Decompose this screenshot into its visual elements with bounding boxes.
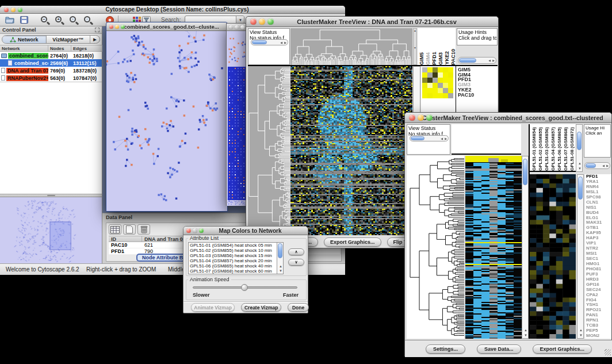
column-label[interactable]: GPL51-03 (GSM856) xyxy=(544,127,550,171)
minimize-button[interactable] xyxy=(235,25,239,29)
delete-attribute-icon[interactable] xyxy=(137,224,150,235)
treeview-combined-title-bar[interactable]: ClusterMaker TreeView : combined_scores_… xyxy=(405,113,611,123)
gene-list-vscrollbar[interactable]: ▲ ▼ xyxy=(577,174,584,339)
scrollbar-thumb[interactable] xyxy=(411,136,424,140)
move-up-button[interactable]: ∧ xyxy=(288,248,304,255)
minimize-button[interactable] xyxy=(259,18,265,25)
scrollbar-thumb[interactable] xyxy=(252,40,267,44)
tab-vizmapper[interactable]: VizMapper™ xyxy=(47,36,91,43)
network-canvas[interactable] xyxy=(106,31,227,211)
scroll-left-icon[interactable]: ◀ xyxy=(441,137,443,140)
minimize-button[interactable] xyxy=(418,114,424,121)
scroll-up-icon[interactable]: ▲ xyxy=(279,265,282,268)
minimize-button[interactable] xyxy=(193,228,197,233)
scroll-down-icon[interactable]: ▼ xyxy=(524,334,527,337)
zoom-button[interactable] xyxy=(18,7,22,12)
usage-hints-hscrollbar[interactable]: ◀ ▶ xyxy=(458,57,496,64)
scroll-right-icon[interactable]: ▶ xyxy=(606,164,609,167)
attribute-item[interactable]: GPL51-02 (GSM855) heat shock 10 min xyxy=(189,248,283,253)
treeview-button[interactable]: Save Data... xyxy=(477,344,521,354)
scrollbar-thumb[interactable] xyxy=(459,58,476,63)
scroll-left-icon[interactable]: ◀ xyxy=(602,164,605,167)
tab-overflow-arrow[interactable]: ▶ xyxy=(90,36,100,43)
attribute-item[interactable]: GPL51-01 (GSM854) heat shock 05 min xyxy=(189,243,283,248)
label-scroll-strip[interactable]: ▲▼ xyxy=(413,28,417,65)
scroll-down-icon[interactable]: ▼ xyxy=(578,167,582,170)
heatmap-canvas[interactable] xyxy=(465,156,522,339)
attribute-item[interactable]: GPL51-07 (GSM868) heat shock 60 min xyxy=(189,269,283,274)
attribute-item[interactable]: GPL51-06 (GSM865) heat shock 40 min xyxy=(189,263,283,269)
scrollbar-thumb[interactable] xyxy=(278,243,282,258)
selection-heatmap-canvas[interactable] xyxy=(530,174,576,339)
scrollbar-thumb[interactable] xyxy=(586,163,596,168)
column-network[interactable]: Network xyxy=(0,45,48,52)
column-label[interactable]: GPL51-06 (GSM865) xyxy=(556,127,563,171)
background-window-title-bar[interactable] xyxy=(227,24,248,31)
scroll-up-icon[interactable]: ▲ xyxy=(578,162,582,165)
zoom-fit-icon[interactable]: ▫ xyxy=(67,15,80,25)
attr-column-id[interactable]: ID xyxy=(109,236,142,242)
column-label[interactable]: GPL51-08 (GSM872) xyxy=(569,127,575,171)
heatmap-vscrollbar[interactable]: ▲ ▼ xyxy=(522,156,529,339)
zoom-button[interactable] xyxy=(267,18,274,25)
zoom-button[interactable] xyxy=(426,114,433,121)
column-label[interactable]: GIM4 xyxy=(425,52,431,65)
attribute-list-vscrollbar[interactable]: ▲ ▼ xyxy=(277,243,283,274)
column-label[interactable]: GPL51-04 (GSM857) xyxy=(550,127,556,171)
column-edges[interactable]: Edges xyxy=(71,45,102,52)
scroll-up-icon[interactable]: ▲ xyxy=(579,328,583,332)
column-label[interactable]: PFD1 xyxy=(431,52,438,65)
zoom-in-icon[interactable]: + xyxy=(53,15,66,25)
zoom-selected-icon[interactable]: ◦ xyxy=(82,15,94,25)
network-table-row[interactable]: combined_scores 2764(0) 16218(0) xyxy=(0,52,102,59)
column-label[interactable]: PAC10 xyxy=(450,49,456,65)
select-attributes-icon[interactable] xyxy=(109,224,121,235)
dialog-button[interactable]: Done xyxy=(288,303,309,312)
row-dendrogram-canvas[interactable] xyxy=(407,156,464,339)
dialog-button[interactable]: Create Vizmap xyxy=(241,303,281,312)
view-status-hscrollbar[interactable]: ◀ ▶ xyxy=(410,135,449,141)
network-table-row[interactable]: DNA and Tran 07 769(0) 183728(0) xyxy=(0,67,102,74)
scrollbar-thumb[interactable] xyxy=(577,132,582,150)
slider-thumb[interactable] xyxy=(241,284,248,291)
zoom-out-icon[interactable]: − xyxy=(39,15,51,25)
close-button[interactable] xyxy=(186,228,191,233)
close-button[interactable] xyxy=(109,25,113,29)
heatmap-canvas[interactable] xyxy=(290,66,412,235)
scroll-down-icon[interactable]: ▼ xyxy=(579,334,583,337)
float-panel-icon[interactable] xyxy=(95,28,100,32)
treeview-button[interactable]: Settings... xyxy=(426,344,465,354)
column-label[interactable]: GPL51-07 (GSM868) xyxy=(563,127,569,171)
close-button[interactable] xyxy=(250,18,257,25)
network-view-title-bar[interactable]: combined_scores_good.txt--cluste... xyxy=(106,22,227,31)
usage-hints-hscrollbar[interactable]: ◀ ▶ xyxy=(584,162,610,169)
column-label[interactable]: GPL51-01 (GSM854) xyxy=(531,127,537,171)
gene-label[interactable]: MON2 xyxy=(586,334,611,339)
network-overview-canvas[interactable] xyxy=(0,197,102,263)
network-table-row[interactable]: combined_sco 2569(6) 13112(15) xyxy=(0,59,102,67)
selection-matrix[interactable] xyxy=(422,67,453,98)
column-dendrogram-empty[interactable] xyxy=(452,124,521,155)
scroll-up-icon[interactable]: ▲ xyxy=(524,328,527,332)
scroll-down-icon[interactable]: ▼ xyxy=(279,269,282,273)
zoom-button[interactable] xyxy=(121,25,125,29)
scroll-left-icon[interactable]: ◀ xyxy=(488,59,491,62)
dense-network-canvas[interactable] xyxy=(227,31,248,206)
zoom-button[interactable] xyxy=(199,228,204,233)
row-dendrogram-canvas[interactable] xyxy=(248,66,290,235)
column-dendrogram-canvas[interactable] xyxy=(290,28,412,65)
new-attribute-icon[interactable] xyxy=(123,224,136,235)
scroll-right-icon[interactable]: ▶ xyxy=(492,59,495,62)
treeview-button[interactable]: Export Graphics... xyxy=(324,237,381,247)
dialog-title-bar[interactable]: Map Colors to Network xyxy=(183,227,308,235)
close-button[interactable] xyxy=(4,7,9,12)
move-down-button[interactable]: ∨ xyxy=(288,259,304,266)
open-session-icon[interactable] xyxy=(3,15,16,25)
zoom-button[interactable] xyxy=(240,25,244,29)
column-label[interactable]: GIM5 xyxy=(419,52,425,65)
treeview-button[interactable]: Export Graphics... xyxy=(533,344,592,354)
view-status-hscrollbar[interactable]: ◀ ▶ xyxy=(251,39,288,45)
dialog-button[interactable]: Animate Vizmap xyxy=(191,303,235,312)
tab-network[interactable]: Network xyxy=(2,36,47,43)
column-labels-vscrollbar[interactable]: ▲ ▼ xyxy=(576,124,583,172)
